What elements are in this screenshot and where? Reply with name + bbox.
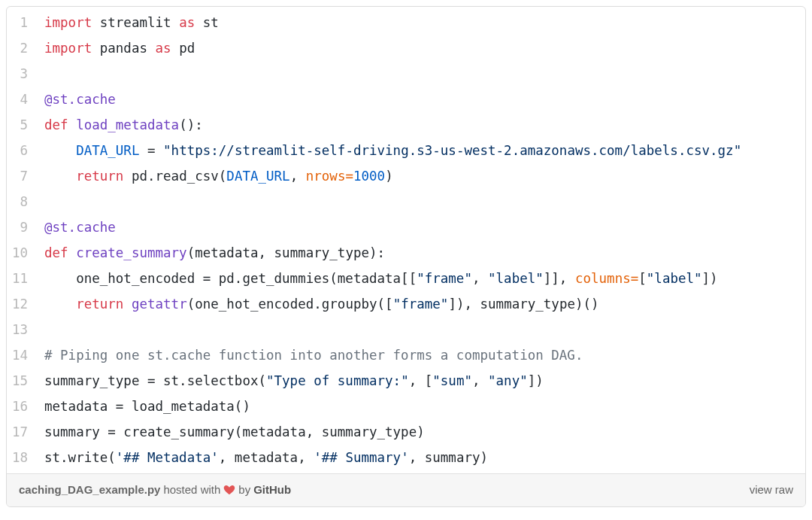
gist-footer: caching_DAG_example.py hosted with by Gi… <box>7 473 805 506</box>
line-number: 11 <box>10 266 29 291</box>
code-line: # Piping one st.cache function into anot… <box>44 342 798 368</box>
code-line: summary = create_summary(metadata, summa… <box>44 419 798 445</box>
code-line: def load_metadata(): <box>44 112 798 138</box>
code-line: return pd.read_csv(DATA_URL, nrows=1000) <box>44 163 798 189</box>
line-number: 8 <box>10 189 29 214</box>
gist-container: 123456789101112131415161718 import strea… <box>6 6 806 507</box>
code-line: st.write('## Metadata', metadata, '## Su… <box>44 445 798 470</box>
heart-icon <box>223 484 235 496</box>
by-text: by <box>238 483 250 496</box>
line-number: 5 <box>10 112 29 138</box>
line-number: 13 <box>10 317 29 342</box>
line-number: 3 <box>10 61 29 87</box>
hosted-with-text: hosted with <box>163 483 220 496</box>
code-line: @st.cache <box>44 87 798 112</box>
line-number: 1 <box>10 10 29 35</box>
line-number: 2 <box>10 35 29 61</box>
line-number: 15 <box>10 368 29 394</box>
view-raw-link[interactable]: view raw <box>750 483 793 496</box>
code-line: def create_summary(metadata, summary_typ… <box>44 240 798 266</box>
line-number: 10 <box>10 240 29 266</box>
line-number: 14 <box>10 342 29 368</box>
code-line: metadata = load_metadata() <box>44 394 798 419</box>
code-line: import pandas as pd <box>44 35 798 61</box>
code-line: return getattr(one_hot_encoded.groupby([… <box>44 291 798 317</box>
code-line <box>44 317 798 342</box>
github-link[interactable]: GitHub <box>253 483 291 496</box>
line-number: 16 <box>10 394 29 419</box>
footer-left: caching_DAG_example.py hosted with by Gi… <box>19 483 291 496</box>
code-block: 123456789101112131415161718 import strea… <box>7 7 805 473</box>
code-line: @st.cache <box>44 214 798 240</box>
line-number: 12 <box>10 291 29 317</box>
code-line: summary_type = st.selectbox("Type of sum… <box>44 368 798 394</box>
source-code[interactable]: import streamlit as stimport pandas as p… <box>38 7 805 473</box>
line-number: 9 <box>10 214 29 240</box>
line-number: 4 <box>10 87 29 112</box>
line-number: 17 <box>10 419 29 445</box>
line-number: 6 <box>10 138 29 163</box>
line-number: 18 <box>10 445 29 470</box>
line-number-gutter: 123456789101112131415161718 <box>7 7 38 473</box>
code-line <box>44 61 798 87</box>
code-line: one_hot_encoded = pd.get_dummies(metadat… <box>44 266 798 291</box>
code-line: import streamlit as st <box>44 10 798 35</box>
code-line: DATA_URL = "https://streamlit-self-drivi… <box>44 138 798 163</box>
code-line <box>44 189 798 214</box>
filename-link[interactable]: caching_DAG_example.py <box>19 483 160 496</box>
line-number: 7 <box>10 163 29 189</box>
